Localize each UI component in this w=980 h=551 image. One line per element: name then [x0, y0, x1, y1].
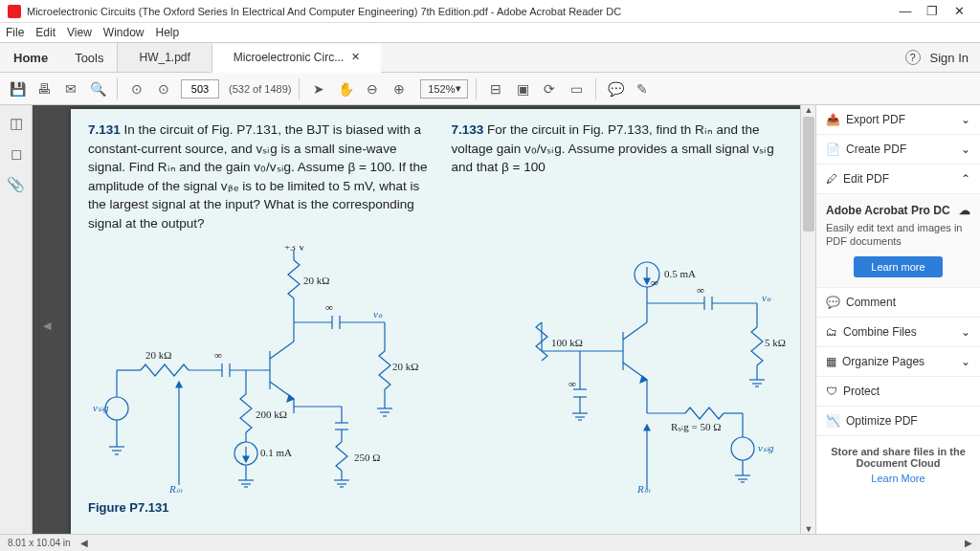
- close-button[interactable]: ✕: [946, 4, 972, 18]
- fit-width-icon[interactable]: ⊟: [484, 77, 507, 100]
- sign-in-button[interactable]: Sign In: [930, 51, 969, 65]
- hscroll-right-icon[interactable]: ▶: [965, 538, 972, 548]
- problem-text: For the circuit in Fig. P7.133, find th …: [452, 122, 774, 174]
- mail-icon[interactable]: ✉: [59, 77, 82, 100]
- scroll-down-icon[interactable]: ▼: [803, 524, 814, 534]
- svg-text:vₒ: vₒ: [762, 292, 771, 303]
- svg-marker-14: [287, 395, 294, 402]
- doc-tab-hw1[interactable]: HW_1.pdf: [117, 43, 211, 72]
- scroll-left-icon[interactable]: ◀: [43, 320, 51, 332]
- svg-text:vₒ: vₒ: [373, 308, 383, 320]
- combine-files-button[interactable]: 🗂 Combine Files⌄: [816, 318, 980, 347]
- menu-view[interactable]: View: [67, 26, 92, 39]
- attachment-icon[interactable]: 📎: [8, 176, 25, 193]
- learn-more-button[interactable]: Learn more: [854, 256, 942, 277]
- doc-vertical-scrollbar[interactable]: ▲ ▼: [800, 105, 815, 534]
- doc-tab-label: Microelectronic Circ...: [234, 51, 344, 64]
- page-up-icon[interactable]: ⊙: [125, 77, 148, 100]
- minimize-button[interactable]: —: [892, 4, 919, 18]
- svg-text:0.5 mA: 0.5 mA: [664, 268, 696, 279]
- svg-marker-61: [644, 278, 650, 284]
- menu-bar: File Edit View Window Help: [0, 23, 980, 42]
- svg-marker-46: [176, 382, 182, 387]
- page-down-icon[interactable]: ⊙: [152, 77, 175, 100]
- svg-marker-96: [644, 425, 650, 430]
- menu-help[interactable]: Help: [156, 26, 180, 39]
- figure-p7-133: 0.5 mA 100 kΩ 5 kΩ Rₛᵢg = 50 Ω vₒ vₛᵢg R…: [456, 246, 800, 515]
- search-icon[interactable]: 🔍: [86, 77, 109, 100]
- maximize-button[interactable]: ❐: [919, 4, 946, 18]
- rotate-icon[interactable]: ⟳: [538, 77, 561, 100]
- protect-button[interactable]: 🛡 Protect: [816, 377, 980, 407]
- svg-text:20 kΩ: 20 kΩ: [145, 349, 171, 361]
- menu-file[interactable]: File: [6, 26, 24, 39]
- zoom-in-icon[interactable]: ⊕: [388, 77, 411, 100]
- acrobat-pro-promo: Adobe Acrobat Pro DC☁ Easily edit text a…: [816, 194, 980, 288]
- promo-title: Adobe Acrobat Pro DC: [826, 204, 950, 217]
- comment-button[interactable]: 💬 Comment: [816, 288, 980, 318]
- cursor-icon[interactable]: ➤: [307, 77, 330, 100]
- organize-pages-button[interactable]: ▦ Organize Pages⌄: [816, 347, 980, 377]
- cloud-text: Store and share files in the Document Cl…: [831, 446, 966, 469]
- hand-icon[interactable]: ✋: [334, 77, 357, 100]
- zoom-level[interactable]: 152% ▾: [420, 79, 468, 99]
- edit-pdf-button[interactable]: 🖊 Edit PDF⌃: [816, 165, 980, 194]
- cloud-icon: ☁: [959, 204, 970, 217]
- svg-text:Rᵢₙ: Rᵢₙ: [636, 483, 651, 495]
- tab-home[interactable]: Home: [0, 43, 61, 72]
- svg-text:Rₛᵢg = 50 Ω: Rₛᵢg = 50 Ω: [671, 421, 721, 432]
- svg-text:∞: ∞: [568, 378, 576, 389]
- svg-text:100 kΩ: 100 kΩ: [551, 337, 583, 348]
- problem-text: In the circuit of Fig. P7.131, the BJT i…: [88, 122, 428, 231]
- comment-icon[interactable]: 💬: [604, 77, 627, 100]
- tab-tools[interactable]: Tools: [61, 43, 117, 72]
- svg-text:20 kΩ: 20 kΩ: [303, 275, 329, 286]
- scroll-thumb[interactable]: [803, 117, 814, 231]
- left-nav-rail: ◫ ◻ 📎: [0, 105, 33, 534]
- zoom-out-icon[interactable]: ⊖: [361, 77, 384, 100]
- page-number-input[interactable]: [181, 79, 219, 99]
- hscroll-left-icon[interactable]: ◀: [80, 538, 88, 548]
- svg-line-73: [623, 322, 647, 340]
- menu-window[interactable]: Window: [103, 26, 145, 39]
- document-viewport[interactable]: 7.131 In the circuit of Fig. P7.131, the…: [61, 105, 815, 534]
- cloud-learn-more-link[interactable]: Learn More: [826, 473, 970, 484]
- doc-tab-microelectronic[interactable]: Microelectronic Circ...✕: [212, 44, 381, 73]
- svg-text:∞: ∞: [214, 349, 222, 361]
- svg-text:∞: ∞: [325, 301, 333, 313]
- scroll-up-icon[interactable]: ▲: [803, 105, 814, 115]
- svg-marker-40: [243, 456, 249, 462]
- left-scroll-gutter: ◀: [33, 105, 61, 534]
- window-title: Microelectronic Circuits (The Oxford Ser…: [27, 6, 892, 17]
- separator: [476, 78, 477, 99]
- save-icon[interactable]: 💾: [6, 77, 29, 100]
- print-icon[interactable]: 🖶: [33, 77, 56, 100]
- page-total: (532 of 1489): [229, 83, 291, 95]
- right-tools-panel: 📤 Export PDF⌄ 📄 Create PDF⌄ 🖊 Edit PDF⌃ …: [815, 105, 980, 534]
- figure-p7-131: +3 V 20 kΩ 20 kΩ 20 kΩ 200 kΩ 250 Ω 0.1 …: [88, 246, 433, 515]
- app-icon: [8, 5, 21, 18]
- svg-line-12: [270, 342, 294, 359]
- close-tab-icon[interactable]: ✕: [351, 51, 360, 63]
- optimize-pdf-button[interactable]: 📉 Optimize PDF: [816, 407, 980, 436]
- bookmark-icon[interactable]: ◻: [8, 145, 25, 163]
- svg-marker-76: [640, 376, 647, 383]
- svg-text:20 kΩ: 20 kΩ: [392, 361, 418, 372]
- help-icon[interactable]: ?: [905, 50, 921, 65]
- problem-7-133: 7.133 For the circuit in Fig. P7.133, fi…: [452, 121, 792, 232]
- status-bar: 8.01 x 10.04 in ◀ ▶: [0, 534, 980, 551]
- svg-point-90: [731, 437, 754, 460]
- thumbnails-icon[interactable]: ◫: [8, 115, 25, 132]
- fit-page-icon[interactable]: ▣: [511, 77, 534, 100]
- toolbar: 💾 🖶 ✉ 🔍 ⊙ ⊙ (532 of 1489) ➤ ✋ ⊖ ⊕ 152% ▾…: [0, 73, 980, 105]
- promo-text: Easily edit text and images in PDF docum…: [826, 221, 970, 249]
- page-dimensions: 8.01 x 10.04 in: [8, 538, 71, 548]
- pdf-page: 7.131 In the circuit of Fig. P7.131, the…: [71, 109, 809, 534]
- svg-text:0.1 mA: 0.1 mA: [260, 447, 292, 458]
- read-mode-icon[interactable]: ▭: [565, 77, 588, 100]
- create-pdf-button[interactable]: 📄 Create PDF⌄: [816, 135, 980, 165]
- menu-edit[interactable]: Edit: [35, 26, 56, 39]
- export-pdf-button[interactable]: 📤 Export PDF⌄: [816, 105, 980, 135]
- sign-icon[interactable]: ✎: [631, 77, 654, 100]
- separator: [299, 78, 300, 99]
